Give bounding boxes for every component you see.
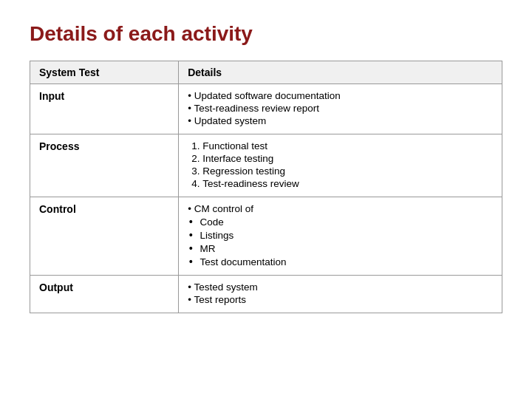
list-item: MR	[188, 242, 493, 254]
row-label: Process	[30, 134, 179, 197]
list-item: Test-readiness review report	[188, 103, 493, 114]
list-item: Tested system	[188, 282, 493, 293]
row-details: Tested systemTest reports	[179, 276, 502, 313]
list-item: Listings	[188, 229, 493, 241]
row-details: • CM control ofCodeListingsMRTest docume…	[179, 197, 502, 276]
list-item: Functional test	[202, 140, 493, 151]
row-label: Input	[30, 84, 179, 134]
col1-header: System Test	[30, 61, 179, 84]
list-item: Code	[188, 216, 493, 228]
table-row: OutputTested systemTest reports	[30, 276, 502, 313]
list-item: Regression testing	[202, 166, 493, 177]
table-row: Control• CM control ofCodeListingsMRTest…	[30, 197, 502, 276]
list-item: Updated system	[188, 115, 493, 126]
row-label: Control	[30, 197, 179, 276]
page-title: Details of each activity	[30, 22, 502, 46]
list-item: Test reports	[188, 294, 493, 305]
table-row: InputUpdated software documentationTest-…	[30, 84, 502, 134]
list-item: Updated software documentation	[188, 90, 493, 101]
list-item: Test-readiness review	[202, 178, 493, 189]
details-table: System Test Details InputUpdated softwar…	[30, 61, 502, 313]
row-details: Functional testInterface testingRegressi…	[179, 134, 502, 197]
table-row: ProcessFunctional testInterface testingR…	[30, 134, 502, 197]
list-item: Interface testing	[202, 153, 493, 164]
row-label: Output	[30, 276, 179, 313]
row-details: Updated software documentationTest-readi…	[179, 84, 502, 134]
cm-main: • CM control of	[188, 203, 253, 214]
list-item: Test documentation	[188, 256, 493, 267]
col2-header: Details	[179, 61, 502, 84]
